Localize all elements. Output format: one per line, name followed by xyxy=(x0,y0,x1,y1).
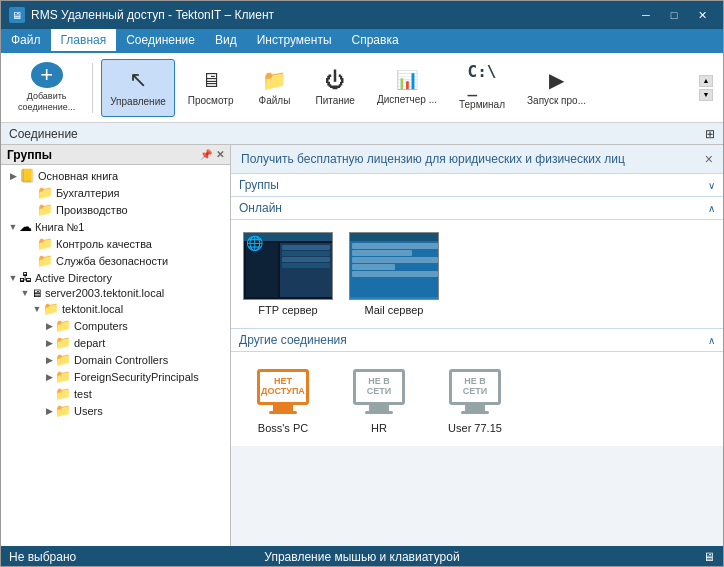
ribbon-separator-1 xyxy=(92,63,93,113)
cloud-icon: ☁ xyxy=(19,219,32,234)
folder-icon-test: 📁 xyxy=(55,386,71,401)
files-label: Файлы xyxy=(259,95,291,107)
view-label: Просмотр xyxy=(188,95,234,107)
tree-item-proizvodstvo[interactable]: 📁 Производство xyxy=(1,201,230,218)
section-other[interactable]: Другие соединения ∧ xyxy=(231,329,723,352)
network-icon: 🖧 xyxy=(19,270,32,285)
status-icon: 🖥 xyxy=(703,550,715,564)
toggle-foreignsec[interactable]: ▶ xyxy=(43,371,55,383)
files-button[interactable]: 📁 Файлы xyxy=(246,59,302,117)
tree-item-depart[interactable]: ▶ 📁 depart xyxy=(1,334,230,351)
toggle-tektonit[interactable]: ▼ xyxy=(31,303,43,315)
section-online[interactable]: Онлайн ∧ xyxy=(231,197,723,220)
tree-item-buhgalteriya[interactable]: 📁 Бухгалтерия xyxy=(1,184,230,201)
menu-file[interactable]: Файл xyxy=(1,29,51,53)
tree-item-security[interactable]: 📁 Служба безопасности xyxy=(1,252,230,269)
toggle-users[interactable]: ▶ xyxy=(43,405,55,417)
tree-item-users[interactable]: ▶ 📁 Users xyxy=(1,402,230,419)
folder-icon-pro: 📁 xyxy=(37,202,53,217)
add-button-label: Добавитьсоединение... xyxy=(18,91,75,113)
tree-item-tektonit[interactable]: ▼ 📁 tektonit.local xyxy=(1,300,230,317)
toggle-kniga1[interactable]: ▼ xyxy=(7,221,19,233)
close-button[interactable]: ✕ xyxy=(689,5,715,25)
banner: Получить бесплатную лицензию для юридиче… xyxy=(231,145,723,174)
tree-item-test[interactable]: 📁 test xyxy=(1,385,230,402)
toggle-computers[interactable]: ▶ xyxy=(43,320,55,332)
menu-help[interactable]: Справка xyxy=(342,29,409,53)
boss-monitor-icon: НЕТДОСТУПА xyxy=(257,369,309,414)
menu-view[interactable]: Вид xyxy=(205,29,247,53)
ribbon: + Добавитьсоединение... ↖ Управление 🖥 П… xyxy=(1,53,723,123)
ftp-thumbnail: 🌐 xyxy=(243,232,333,300)
tree-item-domcontrollers[interactable]: ▶ 📁 Domain Controllers xyxy=(1,351,230,368)
toggle-server[interactable]: ▼ xyxy=(19,287,31,299)
section-other-label: Другие соединения xyxy=(239,333,347,347)
banner-text: Получить бесплатную лицензию для юридиче… xyxy=(241,152,625,166)
tree-item-osnovnaya[interactable]: ▶ 📒 Основная книга xyxy=(1,167,230,184)
book-icon: 📒 xyxy=(19,168,35,183)
user77-icon-wrap: НЕ ВСЕТИ xyxy=(439,364,511,418)
connection-card-boss[interactable]: НЕТДОСТУПА Boss's PC xyxy=(239,360,327,438)
minimize-button[interactable]: ─ xyxy=(633,5,659,25)
app-icon: 🖥 xyxy=(9,7,25,23)
label-server: server2003.tektonit.local xyxy=(45,287,164,299)
connection-expand-icon[interactable]: ⊞ xyxy=(705,127,715,141)
power-label: Питание xyxy=(315,95,354,107)
left-panel-actions: 📌 ✕ xyxy=(200,149,224,160)
ribbon-scroll-up[interactable]: ▲ xyxy=(699,75,713,87)
maximize-button[interactable]: □ xyxy=(661,5,687,25)
connection-card-ftp[interactable]: 🌐 FTP сервер xyxy=(239,228,337,320)
menu-tools[interactable]: Инструменты xyxy=(247,29,342,53)
monitor-icon: 🖥 xyxy=(201,69,221,92)
tree-item-server[interactable]: ▼ 🖥 server2003.tektonit.local xyxy=(1,286,230,300)
label-depart: depart xyxy=(74,337,105,349)
power-button[interactable]: ⏻ Питание xyxy=(306,59,363,117)
boss-icon-wrap: НЕТДОСТУПА xyxy=(247,364,319,418)
add-connection-button[interactable]: + Добавитьсоединение... xyxy=(9,59,84,117)
label-proizvodstvo: Производство xyxy=(56,204,128,216)
toggle-proizvodstvo xyxy=(27,204,37,216)
tree-item-control[interactable]: 📁 Контроль качества xyxy=(1,235,230,252)
section-online-label: Онлайн xyxy=(239,201,282,215)
connection-card-user77[interactable]: НЕ ВСЕТИ User 77.15 xyxy=(431,360,519,438)
add-icon: + xyxy=(31,62,63,88)
folder-icon-tek: 📁 xyxy=(43,301,59,316)
panel-close-icon[interactable]: ✕ xyxy=(216,149,224,160)
folder-icon-ctrl: 📁 xyxy=(37,236,53,251)
label-computers: Computers xyxy=(74,320,128,332)
connection-card-hr[interactable]: НЕ ВСЕТИ HR xyxy=(335,360,423,438)
toggle-depart[interactable]: ▶ xyxy=(43,337,55,349)
tree-item-foreignsec[interactable]: ▶ 📁 ForeignSecurityPrincipals xyxy=(1,368,230,385)
pin-icon[interactable]: 📌 xyxy=(200,149,212,160)
tree-item-computers[interactable]: ▶ 📁 Computers xyxy=(1,317,230,334)
connection-bar: Соединение ⊞ xyxy=(1,123,723,145)
tree-item-kniga1[interactable]: ▼ ☁ Книга №1 xyxy=(1,218,230,235)
toggle-domcontrollers[interactable]: ▶ xyxy=(43,354,55,366)
terminal-button[interactable]: C:\_ Терминал xyxy=(450,59,514,117)
online-indicator-ftp: 🌐 xyxy=(246,235,263,251)
connection-card-mail[interactable]: Mail сервер xyxy=(345,228,443,320)
manage-button[interactable]: ↖ Управление xyxy=(101,59,175,117)
mail-thumbnail xyxy=(349,232,439,300)
folder-icon-comp: 📁 xyxy=(55,318,71,333)
toggle-test xyxy=(43,388,55,400)
view-button[interactable]: 🖥 Просмотр xyxy=(179,59,243,117)
other-connections: НЕТДОСТУПА Boss's PC НЕ ВСЕТИ xyxy=(231,352,723,446)
ftp-label: FTP сервер xyxy=(258,304,317,316)
label-users: Users xyxy=(74,405,103,417)
menu-bar: Файл Главная Соединение Вид Инструменты … xyxy=(1,29,723,53)
user77-label: User 77.15 xyxy=(448,422,502,434)
toggle-activedir[interactable]: ▼ xyxy=(7,272,19,284)
menu-home[interactable]: Главная xyxy=(51,29,117,53)
menu-connection[interactable]: Соединение xyxy=(116,29,205,53)
taskmanager-button[interactable]: 📊 Диспетчер ... xyxy=(368,59,446,117)
ribbon-scroll-down[interactable]: ▼ xyxy=(699,89,713,101)
toggle-control xyxy=(27,238,37,250)
tree-item-activedir[interactable]: ▼ 🖧 Active Directory xyxy=(1,269,230,286)
toggle-osnovnaya[interactable]: ▶ xyxy=(7,170,19,182)
launch-button[interactable]: ▶ Запуск про... xyxy=(518,59,595,117)
section-groups[interactable]: Группы ∨ xyxy=(231,174,723,197)
banner-close-button[interactable]: × xyxy=(705,151,713,167)
groups-chevron: ∨ xyxy=(708,180,715,191)
label-kniga1: Книга №1 xyxy=(35,221,85,233)
